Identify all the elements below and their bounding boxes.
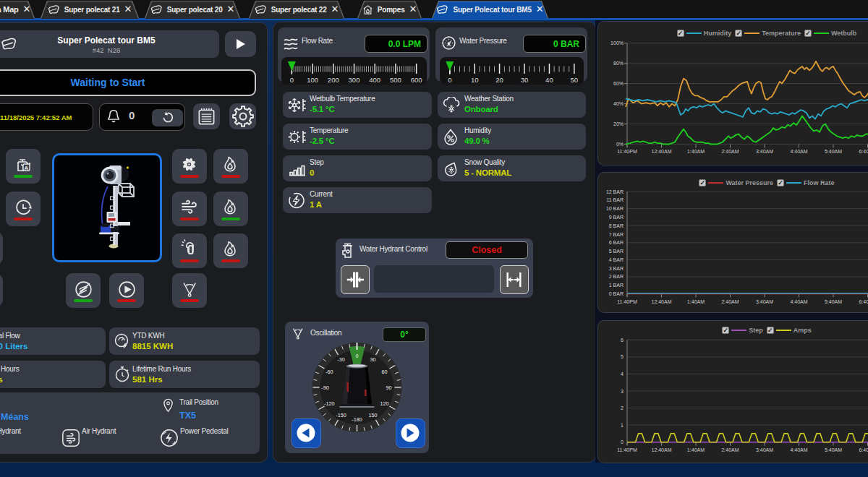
svg-text:11:40PM: 11:40PM <box>617 447 637 452</box>
svg-text:A: A <box>25 165 29 171</box>
svg-text:1 BAR: 1 BAR <box>609 283 624 288</box>
svg-text:4:40AM: 4:40AM <box>790 447 807 452</box>
svg-text:50: 50 <box>571 76 579 84</box>
svg-text:0: 0 <box>290 76 294 84</box>
svg-text:150: 150 <box>369 412 378 418</box>
svg-text:300: 300 <box>349 76 360 84</box>
svg-text:-120: -120 <box>324 400 334 407</box>
svg-text:12:40AM: 12:40AM <box>651 447 671 452</box>
svg-text:30: 30 <box>521 76 529 84</box>
svg-text:5:40AM: 5:40AM <box>825 447 842 452</box>
svg-text:0: 0 <box>356 353 359 359</box>
svg-text:3:40AM: 3:40AM <box>756 447 773 452</box>
svg-text:30: 30 <box>370 356 376 363</box>
svg-text:7 BAR: 7 BAR <box>609 232 624 237</box>
svg-text:2: 2 <box>621 405 624 411</box>
svg-text:5 BAR: 5 BAR <box>609 249 624 254</box>
svg-text:4:40AM: 4:40AM <box>790 149 807 154</box>
svg-text:12:40AM: 12:40AM <box>651 149 671 154</box>
svg-text:12:40AM: 12:40AM <box>651 299 671 304</box>
svg-text:9 BAR: 9 BAR <box>609 215 624 220</box>
svg-text:-60: -60 <box>326 369 333 375</box>
svg-text:2:40AM: 2:40AM <box>721 447 739 452</box>
svg-text:6: 6 <box>621 338 624 343</box>
svg-text:3: 3 <box>621 389 624 394</box>
svg-text:5:40AM: 5:40AM <box>825 299 842 304</box>
svg-text:1:40AM: 1:40AM <box>687 447 705 452</box>
svg-text:2:40AM: 2:40AM <box>721 299 739 304</box>
svg-text:200: 200 <box>328 76 339 84</box>
svg-text:0 BAR: 0 BAR <box>609 291 624 296</box>
svg-text:11:40PM: 11:40PM <box>617 149 637 154</box>
svg-text:6:40AM: 6:40AM <box>859 447 868 452</box>
svg-text:10: 10 <box>471 76 479 84</box>
svg-text:1: 1 <box>621 423 624 428</box>
svg-text:3:40AM: 3:40AM <box>756 149 773 154</box>
svg-text:-90: -90 <box>321 384 328 391</box>
svg-text:400: 400 <box>369 76 380 84</box>
svg-text:0: 0 <box>448 76 451 84</box>
svg-text:600: 600 <box>411 76 422 84</box>
svg-text:6 BAR: 6 BAR <box>609 240 624 245</box>
svg-text:4:40AM: 4:40AM <box>790 299 807 304</box>
svg-text:100%: 100% <box>610 40 624 46</box>
svg-text:12 BAR: 12 BAR <box>606 189 624 194</box>
svg-text:-180: -180 <box>352 416 362 423</box>
svg-text:1:40AM: 1:40AM <box>687 299 705 304</box>
svg-text:4 BAR: 4 BAR <box>609 257 624 262</box>
svg-text:1:40AM: 1:40AM <box>687 149 705 154</box>
svg-text:0%: 0% <box>616 142 624 147</box>
svg-text:500: 500 <box>390 76 401 84</box>
svg-text:2:40AM: 2:40AM <box>721 149 739 154</box>
svg-text:100: 100 <box>307 76 318 84</box>
svg-text:120: 120 <box>380 400 389 407</box>
svg-text:90: 90 <box>386 384 392 391</box>
svg-text:11:40PM: 11:40PM <box>617 299 637 304</box>
svg-text:40: 40 <box>545 76 553 84</box>
svg-text:2 BAR: 2 BAR <box>609 274 624 279</box>
svg-text:60: 60 <box>382 369 388 375</box>
svg-text:0: 0 <box>621 439 624 444</box>
svg-text:20%: 20% <box>613 121 624 126</box>
svg-text:60%: 60% <box>613 81 624 86</box>
svg-text:4: 4 <box>621 371 624 377</box>
svg-text:6:40AM: 6:40AM <box>859 299 868 304</box>
svg-text:3:40AM: 3:40AM <box>756 299 773 304</box>
svg-text:40%: 40% <box>613 101 624 106</box>
svg-text:3 BAR: 3 BAR <box>609 266 624 271</box>
svg-text:20: 20 <box>495 76 503 84</box>
svg-text:-30: -30 <box>337 356 344 363</box>
svg-text:5: 5 <box>621 354 624 359</box>
svg-text:80%: 80% <box>613 61 624 66</box>
svg-text:10 BAR: 10 BAR <box>606 206 624 211</box>
svg-text:-150: -150 <box>336 412 346 418</box>
svg-text:6:40AM: 6:40AM <box>859 149 868 154</box>
svg-text:5:40AM: 5:40AM <box>825 149 842 154</box>
svg-text:8 BAR: 8 BAR <box>609 223 624 228</box>
svg-text:11 BAR: 11 BAR <box>606 197 624 202</box>
